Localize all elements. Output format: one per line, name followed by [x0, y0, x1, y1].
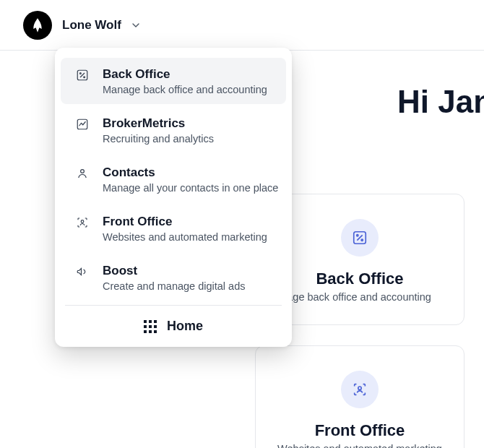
- dropdown-item-brokermetrics[interactable]: BrokerMetrics Recruiting and analytics: [61, 107, 286, 153]
- card-subtitle: Websites and automated marketing: [270, 443, 449, 448]
- dropdown-home-label: Home: [167, 319, 203, 334]
- svg-point-3: [361, 239, 363, 241]
- card-front-office[interactable]: Front Office Websites and automated mark…: [255, 345, 464, 448]
- percent-badge-icon: [75, 68, 90, 82]
- brand-menu-toggle[interactable]: [130, 20, 142, 31]
- topbar: Lone Wolf: [0, 0, 484, 51]
- svg-point-2: [357, 235, 358, 236]
- svg-point-11: [81, 220, 84, 223]
- svg-point-10: [81, 170, 85, 173]
- svg-point-4: [358, 387, 361, 389]
- dropdown-item-title: Contacts: [103, 165, 278, 181]
- apps-grid-icon: [144, 320, 157, 333]
- megaphone-icon: [75, 264, 90, 279]
- greeting-heading: Hi Jan: [397, 84, 484, 120]
- chevron-down-icon: [130, 20, 142, 31]
- brand-logo: [23, 11, 52, 40]
- dropdown-item-sub: Manage back office and accounting: [103, 84, 272, 95]
- dropdown-item-back-office[interactable]: Back Office Manage back office and accou…: [61, 58, 286, 104]
- dropdown-item-contacts[interactable]: Contacts Manage all your contacts in one…: [61, 156, 286, 202]
- dropdown-item-sub: Websites and automated marketing: [103, 231, 272, 243]
- dropdown-item-title: Boost: [103, 263, 272, 279]
- person-scan-icon: [341, 371, 379, 408]
- dropdown-item-boost[interactable]: Boost Create and manage digital ads: [61, 254, 286, 301]
- dropdown-item-front-office[interactable]: Front Office Websites and automated mark…: [61, 205, 286, 251]
- dropdown-item-sub: Create and manage digital ads: [103, 280, 272, 292]
- svg-point-7: [79, 72, 81, 74]
- brand-name[interactable]: Lone Wolf: [62, 18, 121, 33]
- svg-point-8: [84, 77, 85, 78]
- card-title: Front Office: [270, 421, 449, 440]
- app-switcher-dropdown: Back Office Manage back office and accou…: [55, 48, 292, 347]
- dropdown-item-title: Front Office: [103, 214, 272, 230]
- dropdown-item-title: Back Office: [103, 66, 272, 82]
- percent-badge-icon: [341, 219, 379, 257]
- dropdown-item-title: BrokerMetrics: [103, 116, 272, 132]
- person-icon: [75, 166, 90, 181]
- dropdown-home[interactable]: Home: [55, 306, 292, 347]
- dropdown-item-sub: Manage all your contacts in one place: [103, 182, 278, 194]
- card-title: Back Office: [270, 270, 449, 288]
- dropdown-item-sub: Recruiting and analytics: [103, 133, 272, 145]
- chart-line-icon: [75, 117, 90, 132]
- person-scan-icon: [75, 215, 90, 230]
